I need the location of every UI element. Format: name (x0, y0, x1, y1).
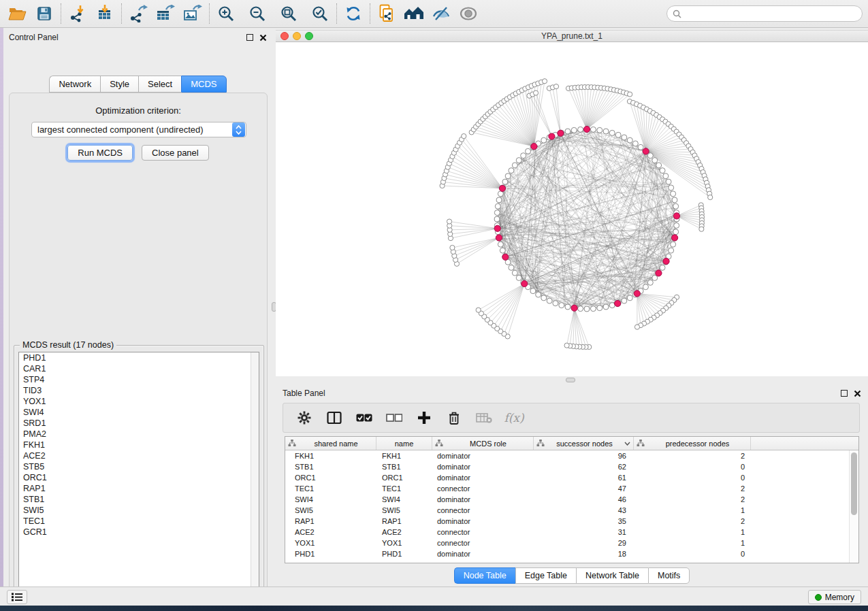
table-settings-gear-icon[interactable] (294, 408, 315, 428)
zoom-in-icon[interactable] (214, 3, 238, 24)
home-views-icon[interactable] (402, 3, 425, 24)
criterion-dropdown[interactable]: largest connected component (undirected) (31, 122, 246, 137)
tab-node-table[interactable]: Node Table (454, 567, 515, 584)
close-panel-button[interactable]: Close panel (142, 145, 209, 161)
column-namespace-icon (435, 440, 443, 447)
cell: TEC1 (285, 484, 376, 493)
mcds-result-item[interactable]: CAR1 (19, 363, 259, 374)
column-header-mcds-role[interactable]: MCDS role (432, 437, 534, 450)
import-table-icon[interactable] (93, 3, 116, 24)
cell: 1 (634, 528, 751, 536)
mcds-result-item[interactable]: SWI5 (19, 505, 259, 516)
task-history-button[interactable] (7, 590, 27, 604)
mcds-result-item[interactable]: SRD1 (19, 418, 259, 429)
import-network-icon[interactable] (66, 3, 89, 24)
cell: connector (432, 528, 534, 536)
deselect-all-checkboxes-icon[interactable] (384, 408, 404, 428)
table-row-swi5[interactable]: SWI5SWI5connector431 (285, 505, 858, 516)
mcds-result-item[interactable]: STB5 (19, 461, 259, 472)
table-row-stb1[interactable]: STB1STB1dominator620 (285, 461, 858, 472)
mcds-result-item[interactable]: PMA2 (19, 429, 259, 440)
cell: 35 (534, 517, 634, 525)
column-header-predecessor-nodes[interactable]: predecessor nodes (634, 437, 751, 450)
network-window-titlebar[interactable]: YPA_prune.txt_1 (276, 30, 868, 42)
save-session-icon[interactable] (33, 3, 56, 24)
memory-status-icon (815, 594, 822, 601)
export-network-icon[interactable] (127, 3, 150, 24)
mcds-result-items: PHD1CAR1STP4TID3YOX1SWI4SRD1PMA2FKH1ACE2… (19, 352, 259, 538)
close-table-panel-icon[interactable] (854, 390, 861, 397)
mcds-result-item[interactable]: ORC1 (19, 472, 259, 483)
cell: RAP1 (376, 517, 432, 525)
table-panel-titlebar: Table Panel (276, 385, 868, 401)
search-input[interactable] (685, 9, 856, 18)
cell: SWI5 (376, 506, 432, 514)
open-session-icon[interactable] (5, 3, 29, 24)
show-view-icon[interactable] (457, 3, 480, 24)
mcds-result-item[interactable]: TEC1 (19, 516, 259, 527)
table-scrollbar[interactable] (849, 450, 858, 563)
run-mcds-button[interactable]: Run MCDS (67, 145, 133, 161)
mcds-result-item[interactable]: SWI4 (19, 407, 259, 418)
mcds-result-item[interactable]: STP4 (19, 374, 259, 385)
table-row-ace2[interactable]: ACE2ACE2connector311 (285, 527, 858, 538)
table-row-swi4[interactable]: SWI4SWI4dominator462 (285, 494, 858, 505)
mcds-result-item[interactable]: ACE2 (19, 450, 259, 461)
cell: 0 (634, 550, 751, 558)
hide-graphics-details-icon[interactable] (430, 3, 453, 24)
table-row-rap1[interactable]: RAP1RAP1dominator352 (285, 516, 858, 527)
mcds-result-item[interactable]: STB1 (19, 494, 259, 505)
float-table-panel-icon[interactable] (841, 390, 848, 397)
mcds-result-item[interactable]: PHD1 (19, 352, 259, 363)
criterion-dropdown-value: largest connected component (undirected) (32, 125, 232, 135)
column-header-name[interactable]: name (376, 437, 432, 450)
toolbar-separator (121, 3, 122, 24)
table-row-fkh1[interactable]: FKH1FKH1dominator962 (285, 450, 858, 461)
tab-network[interactable]: Network (49, 76, 100, 93)
mcds-result-item[interactable]: YOX1 (19, 396, 259, 407)
cell: connector (432, 539, 534, 547)
select-all-checkboxes-icon[interactable] (354, 408, 374, 428)
tab-style[interactable]: Style (100, 76, 138, 93)
export-table-icon[interactable] (154, 3, 177, 24)
float-panel-icon[interactable] (246, 34, 253, 41)
clone-network-icon[interactable] (375, 3, 398, 24)
zoom-selected-icon[interactable] (308, 3, 332, 24)
network-canvas[interactable] (276, 42, 868, 376)
column-header-shared-name[interactable]: shared name (285, 437, 376, 450)
zoom-out-icon[interactable] (246, 3, 269, 24)
table-scrollbar-thumb[interactable] (851, 452, 857, 515)
mcds-list-scrollbar[interactable] (251, 352, 259, 595)
cell: YOX1 (285, 539, 376, 547)
memory-button[interactable]: Memory (808, 590, 861, 604)
delete-rows-icon[interactable] (444, 408, 464, 428)
tab-select[interactable]: Select (138, 76, 181, 93)
table-row-tec1[interactable]: TEC1TEC1connector472 (285, 483, 858, 494)
tab-motifs[interactable]: Motifs (648, 567, 690, 584)
control-panel-titlebar: Control Panel (3, 28, 272, 47)
mcds-result-item[interactable]: TID3 (19, 385, 259, 396)
tab-edge-table[interactable]: Edge Table (515, 567, 576, 584)
tab-mcds[interactable]: MCDS (181, 76, 226, 93)
cell: ORC1 (285, 474, 376, 482)
table-row-yox1[interactable]: YOX1YOX1connector291 (285, 538, 858, 548)
search-field[interactable] (666, 5, 863, 22)
horizontal-splitter-grip[interactable] (566, 378, 575, 382)
mcds-result-item[interactable]: FKH1 (19, 440, 259, 450)
control-panel-tabs: NetworkStyleSelectMCDS (3, 76, 272, 93)
cell: 2 (634, 484, 751, 493)
cell: dominator (432, 463, 534, 471)
apply-layout-icon[interactable] (342, 3, 365, 24)
export-image-icon[interactable] (181, 3, 204, 24)
table-row-phd1[interactable]: PHD1PHD1dominator180 (285, 548, 858, 559)
zoom-fit-icon[interactable] (277, 3, 300, 24)
tab-network-table[interactable]: Network Table (576, 567, 648, 584)
table-row-orc1[interactable]: ORC1ORC1dominator610 (285, 472, 858, 483)
add-row-icon[interactable] (414, 408, 434, 428)
close-panel-icon[interactable] (259, 34, 267, 42)
mcds-result-item[interactable]: RAP1 (19, 483, 259, 494)
show-columns-icon[interactable] (324, 408, 344, 428)
cell: SWI4 (376, 495, 432, 503)
mcds-result-item[interactable]: GCR1 (19, 527, 259, 538)
column-header-successor-nodes[interactable]: successor nodes (534, 437, 634, 450)
